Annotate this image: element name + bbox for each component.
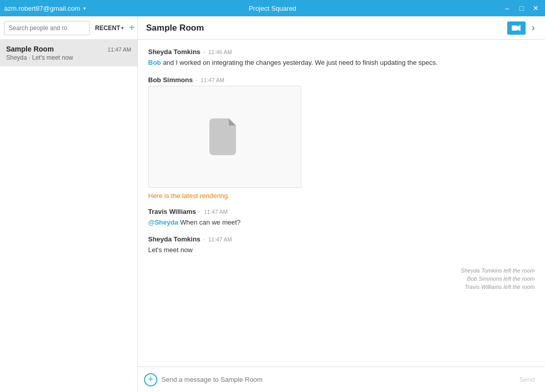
account-email: azm.robert87@gmail.com (4, 5, 80, 12)
message-group: Sheyda Tomkins · 11:46 AM Bob and I work… (148, 48, 535, 68)
close-button[interactable]: ✕ (531, 3, 541, 13)
message-group: Sheyda Tomkins · 11:47 AM Let's meet now (148, 235, 535, 255)
message-dot: · (199, 208, 201, 215)
file-attachment[interactable] (148, 86, 301, 188)
message-meta: Bob Simmons · 11:47 AM (148, 76, 535, 84)
system-message: Bob Simmons left the room (467, 276, 535, 282)
highlight-word: Bob (148, 59, 161, 66)
chat-input-area: + Send (138, 366, 545, 392)
chat-area: Sample Room › Sheyda Tomkins · 11:46 AM (138, 16, 545, 392)
message-input[interactable] (161, 376, 511, 383)
sidebar: RECENT ▾ + Sample Room 11:47 AM Sheyda ·… (0, 16, 138, 392)
message-sender: Sheyda Tomkins (148, 235, 200, 243)
collapse-panel-button[interactable]: › (530, 21, 537, 34)
room-time: 11:47 AM (108, 46, 131, 53)
message-meta: Travis Williams · 11:47 AM (148, 208, 535, 215)
message-group: Travis Williams · 11:47 AM @Sheyda When … (148, 208, 535, 228)
sidebar-header: RECENT ▾ + (0, 16, 137, 40)
message-dot: · (203, 48, 205, 56)
attach-file-button[interactable]: + (144, 373, 157, 386)
video-call-button[interactable] (507, 21, 526, 35)
message-group: Bob Simmons · 11:47 AM Here is the lates… (148, 76, 535, 200)
app-body: RECENT ▾ + Sample Room 11:47 AM Sheyda ·… (0, 16, 545, 392)
message-text: Bob and I worked on integrating the chan… (148, 58, 535, 68)
title-bar: azm.robert87@gmail.com ▾ Project Squared… (0, 0, 545, 16)
message-meta: Sheyda Tomkins · 11:46 AM (148, 48, 535, 56)
message-time: 11:47 AM (201, 77, 224, 83)
search-input[interactable] (4, 21, 90, 35)
chat-header-actions: › (507, 21, 537, 35)
add-room-button[interactable]: + (129, 22, 135, 34)
room-item[interactable]: Sample Room 11:47 AM Sheyda · Let's meet… (0, 40, 137, 66)
maximize-button[interactable]: □ (516, 3, 527, 13)
mention-text: @Sheyda (148, 218, 178, 226)
message-link[interactable]: Here is the latest rendering (148, 192, 535, 200)
send-button[interactable]: Send (515, 374, 539, 385)
message-meta: Sheyda Tomkins · 11:47 AM (148, 235, 535, 243)
message-dot: · (196, 77, 197, 84)
message-text: @Sheyda When can we meet? (148, 217, 535, 228)
room-item-top: Sample Room 11:47 AM (6, 45, 131, 53)
message-time: 11:47 AM (208, 236, 232, 242)
window-controls: – □ ✕ (502, 3, 541, 13)
room-preview: Sheyda · Let's meet now (6, 54, 131, 61)
message-sender: Sheyda Tomkins (148, 48, 200, 56)
svg-rect-0 (512, 26, 517, 31)
system-message: Travis Williams left the room (465, 284, 535, 290)
room-list: Sample Room 11:47 AM Sheyda · Let's meet… (0, 40, 137, 392)
recent-label: RECENT (95, 24, 120, 32)
file-icon (209, 118, 240, 155)
account-chevron-icon[interactable]: ▾ (83, 6, 86, 11)
chat-title: Sample Room (146, 23, 204, 33)
messages-container[interactable]: Sheyda Tomkins · 11:46 AM Bob and I work… (138, 40, 545, 366)
message-sender: Bob Simmons (148, 76, 193, 84)
message-text: Let's meet now (148, 245, 535, 255)
message-sender: Travis Williams (148, 208, 196, 215)
chat-header: Sample Room › (138, 16, 545, 40)
minimize-button[interactable]: – (502, 3, 512, 13)
account-section[interactable]: azm.robert87@gmail.com ▾ (4, 5, 86, 12)
message-time: 11:47 AM (204, 209, 227, 215)
message-time: 11:46 AM (208, 49, 232, 55)
recent-button[interactable]: RECENT ▾ (93, 22, 126, 34)
svg-marker-1 (517, 25, 520, 31)
message-dot: · (203, 236, 205, 243)
room-name: Sample Room (6, 45, 54, 53)
system-messages: Sheyda Tomkins left the room Bob Simmons… (148, 267, 535, 290)
recent-chevron-icon: ▾ (121, 26, 124, 31)
system-message: Sheyda Tomkins left the room (461, 267, 535, 274)
app-title: Project Squared (249, 5, 296, 12)
